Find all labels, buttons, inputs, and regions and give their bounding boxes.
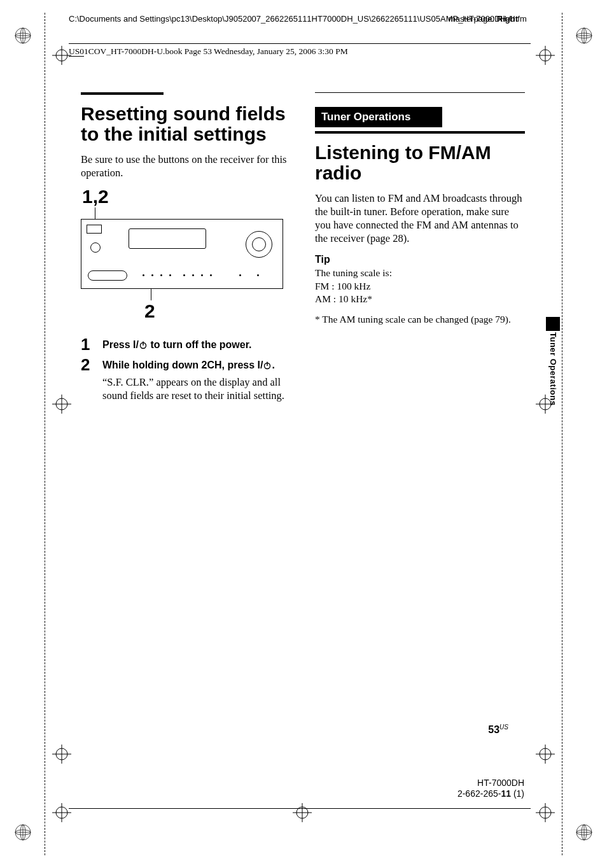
power-icon: [139, 340, 148, 353]
left-intro: Be sure to use the buttons on the receiv…: [81, 153, 291, 179]
bottom-model-info: HT-7000DH 2-662-265-11 (1): [457, 778, 524, 799]
frame-right-dots: [562, 13, 562, 855]
panel-btn: [201, 274, 203, 276]
page-number: 53US: [488, 724, 508, 736]
receiver-front-panel: [81, 219, 283, 289]
page-number-value: 53: [488, 724, 499, 735]
header-slug-underline-fragment: US0: [69, 46, 84, 57]
header-slug-text: 1COV_HT-7000DH-U.book Page 53 Wednesday,…: [84, 46, 348, 56]
header-slug: US01COV_HT-7000DH-U.book Page 53 Wednesd…: [69, 46, 348, 57]
right-title: Listening to FM/AM radio: [315, 143, 525, 183]
steps-list: 1 Press I/ to turn off the power. 2 Whil…: [81, 336, 291, 402]
panel-btn: [257, 274, 259, 276]
regmark-bottom-left: [14, 823, 32, 841]
section-band: Tuner Operations: [315, 107, 442, 127]
cropmark-low-right: [536, 745, 555, 764]
panel-btn: [210, 274, 212, 276]
step-1-key: I/: [133, 339, 139, 350]
step-2-desc: “S.F. CLR.” appears on the display and a…: [102, 375, 291, 402]
step-1-post: to turn off the power.: [148, 339, 252, 350]
right-title-rule: [315, 131, 525, 134]
cropmark-bottom-left: [52, 803, 71, 822]
tip-line-3: AM : 10 kHz*: [315, 293, 525, 305]
partno-pre: 2-662-265-: [457, 788, 501, 799]
cropmark-bottom-center: [293, 803, 312, 822]
tip-heading: Tip: [315, 254, 525, 265]
right-intro: You can listen to FM and AM broadcasts t…: [315, 192, 525, 245]
panel-screen: [129, 228, 206, 249]
panel-btn: [192, 274, 194, 276]
bottom-frame-rule: [69, 808, 531, 809]
callout-bottom-leader: [151, 289, 151, 300]
frame-left-dots: [45, 13, 45, 855]
step-1-pre: Press: [102, 339, 133, 350]
panel-jack-group: [88, 270, 127, 281]
panel-btn: [151, 274, 153, 276]
step-2-post: .: [272, 360, 274, 370]
tip-line-1: The tuning scale is:: [315, 267, 525, 279]
step-2: 2 While holding down 2CH, press I/. “S.F…: [81, 356, 291, 402]
diagram-callout-top: 1,2: [82, 186, 291, 207]
left-title-rule: [81, 92, 164, 95]
cropmark-bottom-right: [536, 803, 555, 822]
step-1: 1 Press I/ to turn off the power.: [81, 336, 291, 353]
model-name: HT-7000DH: [457, 778, 524, 788]
step-number: 1: [81, 336, 95, 353]
step-1-head: Press I/ to turn off the power.: [102, 336, 251, 353]
diagram-callout-bottom: 2: [144, 300, 291, 322]
right-column: Tuner Operations Listening to FM/AM radi…: [315, 92, 525, 406]
panel-power: [90, 242, 101, 253]
content-columns: Resetting sound fields to the initial se…: [81, 92, 526, 406]
page-number-region: US: [499, 724, 508, 731]
panel-btn: [160, 274, 162, 276]
panel-btn: [143, 274, 144, 276]
right-top-thin-rule: [315, 92, 525, 93]
left-title: Resetting sound fields to the initial se…: [81, 104, 291, 144]
part-number: 2-662-265-11 (1): [457, 788, 524, 799]
partno-post: (1): [511, 788, 524, 799]
receiver-diagram: 1,2: [81, 186, 291, 322]
side-tab-marker: [546, 317, 560, 331]
panel-display: [87, 225, 102, 234]
panel-btn: [169, 274, 171, 276]
step-2-head: While holding down 2CH, press I/.: [102, 356, 291, 373]
step-number: 2: [81, 356, 95, 402]
header-over-rule: [69, 43, 531, 44]
cropmark-mid-left: [52, 395, 71, 414]
cropmark-top-right: [536, 46, 555, 65]
power-icon: [263, 360, 272, 373]
partno-bold: 11: [501, 788, 511, 799]
header-masterpage-label: masterpage:: [449, 14, 494, 24]
regmark-bottom-right: [575, 823, 593, 841]
header-masterpage-value: Right: [497, 14, 518, 24]
left-column: Resetting sound fields to the initial se…: [81, 92, 291, 406]
step-2-key: I/: [258, 360, 263, 370]
panel-btn: [239, 274, 241, 276]
step-2-pre: While holding down 2CH, press: [102, 360, 258, 370]
header-masterpage: masterpage: Right: [449, 14, 518, 24]
tip-line-2: FM : 100 kHz: [315, 280, 525, 293]
side-tab-label: Tuner Operations: [548, 332, 558, 405]
callout-top-leader: [95, 207, 95, 219]
side-thumb-tab: Tuner Operations: [546, 317, 560, 412]
panel-btn: [183, 274, 185, 276]
cropmark-low-left: [52, 745, 71, 764]
tip-footnote: * The AM tuning scale can be changed (pa…: [315, 313, 525, 326]
regmark-top-left: [14, 27, 32, 45]
regmark-top-right: [575, 27, 593, 45]
